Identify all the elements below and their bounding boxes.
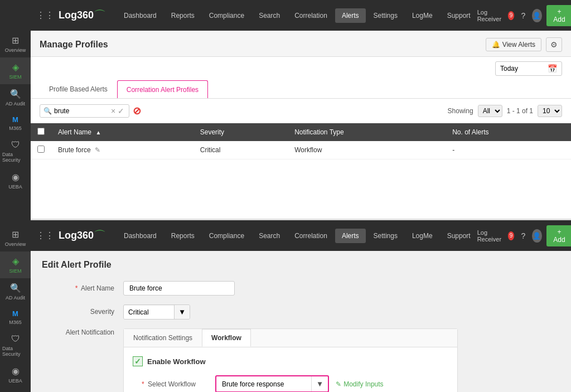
search-checkmark-button[interactable]: ✓	[117, 107, 125, 115]
nav-search[interactable]: Search	[252, 8, 287, 23]
help-button[interactable]: ?	[519, 9, 528, 22]
tab-notification-settings[interactable]: Notification Settings	[124, 329, 202, 347]
p2-nav-reports[interactable]: Reports	[164, 229, 201, 243]
logo-text-2: Log360	[59, 230, 94, 241]
sidebar-label: UEBA	[8, 184, 22, 190]
sidebar-label: SIEM	[9, 74, 21, 80]
logo-arc: ⌒	[94, 7, 106, 24]
bell-icon: 🔔	[492, 41, 500, 49]
sidebar-item-adaudit[interactable]: 🔍 AD Audit	[0, 84, 31, 111]
row-notification-type: Workflow	[288, 141, 446, 159]
nav-alerts[interactable]: Alerts	[335, 8, 366, 23]
add-button[interactable]: + Add	[546, 5, 571, 26]
alert-name-input[interactable]	[123, 281, 235, 296]
checkmark-icon: ✓	[134, 357, 141, 366]
workflow-dropdown-btn[interactable]: ▼	[311, 376, 328, 391]
p2-nav-logme[interactable]: LogMe	[405, 229, 439, 243]
gear-button[interactable]: ⚙	[546, 37, 562, 52]
search-cancel-button[interactable]: ⊘	[133, 105, 141, 117]
siem-icon: ◈	[12, 62, 19, 72]
search-input[interactable]	[54, 107, 110, 115]
ueba-icon-2: ◉	[12, 366, 20, 376]
sort-icon: ▲	[95, 129, 101, 135]
logo-area: Log360 ⌒	[59, 7, 106, 24]
p2-notification-badge[interactable]: 9	[508, 231, 515, 240]
alert-name-label: * Alert Name	[42, 281, 114, 292]
sidebar-item-overview[interactable]: ⊞ Overview	[0, 31, 31, 57]
overview-icon-2: ⊞	[12, 229, 19, 240]
page-info: 1 - 1 of 1	[507, 107, 533, 115]
p2-help-button[interactable]: ?	[519, 229, 528, 243]
p2-nav-settings[interactable]: Settings	[367, 229, 404, 243]
p2-nav-correlation[interactable]: Correlation	[288, 229, 334, 243]
p2-nav-compliance[interactable]: Compliance	[202, 229, 251, 243]
sidebar-item-siem[interactable]: ◈ SIEM	[0, 57, 31, 84]
severity-dropdown-btn[interactable]: ▼	[174, 305, 190, 319]
p2-log-receiver-label: Log Receiver	[477, 229, 504, 243]
tab-profile-based[interactable]: Profile Based Alerts	[40, 80, 117, 98]
grid-icon[interactable]: ⋮⋮	[36, 10, 54, 21]
edit-alert-panel: Edit Alert Profile * Alert Name Severity…	[31, 251, 571, 392]
sidebar-item-siem-2[interactable]: ◈ SIEM	[0, 251, 31, 278]
nav-settings[interactable]: Settings	[367, 8, 404, 23]
nav-compliance[interactable]: Compliance	[202, 8, 251, 23]
nav-support[interactable]: Support	[441, 8, 477, 23]
p2-nav-support[interactable]: Support	[441, 229, 477, 243]
nav-logme[interactable]: LogMe	[405, 8, 439, 23]
th-checkbox	[31, 123, 51, 141]
sidebar-item-adaudit-2[interactable]: 🔍 AD Audit	[0, 278, 31, 305]
sidebar-item-m365-2[interactable]: M M365	[0, 305, 31, 330]
alerts-table: Alert Name ▲ Severity Notification Type …	[31, 123, 571, 159]
view-alerts-button[interactable]: 🔔 View Alerts	[486, 38, 541, 51]
nav-dashboard[interactable]: Dashboard	[117, 8, 163, 23]
p2-user-avatar[interactable]: 👤	[532, 229, 541, 243]
sidebar-item-overview-2[interactable]: ⊞ Overview	[0, 225, 31, 251]
severity-input[interactable]	[124, 306, 174, 319]
modify-inputs-button[interactable]: ✎ Modify Inputs	[336, 380, 383, 388]
datasecurity-icon: 🛡	[11, 140, 20, 150]
row-alert-name: Brute force ✎	[51, 141, 193, 159]
top-nav-panel2: ⋮⋮ Log360 ⌒ Dashboard Reports Compliance…	[31, 220, 571, 251]
siem-icon-2: ◈	[12, 256, 19, 267]
nav-reports[interactable]: Reports	[164, 8, 201, 23]
alert-notification-label: Alert Notification	[42, 328, 114, 336]
sidebar-label-siem-2: SIEM	[9, 268, 21, 274]
p2-nav-alerts[interactable]: Alerts	[335, 229, 366, 243]
date-bar: Today 📅	[31, 57, 571, 80]
sidebar-item-m365[interactable]: M M365	[0, 111, 31, 135]
grid-icon-2[interactable]: ⋮⋮	[36, 230, 54, 241]
search-clear-button[interactable]: ×	[110, 107, 117, 115]
sidebar-label: Overview	[5, 47, 26, 53]
p2-nav-right: Log Receiver 9 ? 👤 + Add Log Search	[477, 225, 571, 246]
adaudit-icon: 🔍	[10, 89, 21, 99]
select-workflow-label: * Select Workflow	[142, 380, 209, 388]
nav-correlation[interactable]: Correlation	[288, 8, 334, 23]
sidebar-item-datasecurity-2[interactable]: 🛡 Data Security	[0, 330, 31, 361]
alert-name-row: * Alert Name	[42, 281, 560, 296]
edit-icon[interactable]: ✎	[95, 146, 100, 154]
workflow-select-input[interactable]	[216, 377, 311, 391]
enable-workflow-checkbox[interactable]: ✓	[133, 356, 143, 366]
pencil-icon: ✎	[336, 380, 341, 388]
sidebar-item-datasecurity[interactable]: 🛡 Data Security	[0, 135, 31, 167]
sidebar-label: M365	[9, 125, 22, 131]
top-nav-panel1: ⋮⋮ Log360 ⌒ Dashboard Reports Compliance…	[31, 0, 571, 31]
p2-nav-search[interactable]: Search	[252, 229, 287, 243]
notification-badge[interactable]: 9	[508, 11, 515, 20]
user-avatar[interactable]: 👤	[532, 9, 541, 22]
p2-add-button[interactable]: + Add	[546, 225, 571, 246]
per-page-select[interactable]: 10	[538, 105, 562, 117]
show-select[interactable]: All	[478, 105, 502, 117]
nav-right: Log Receiver 9 ? 👤 + Add Log Search	[477, 5, 571, 26]
p2-nav-dashboard[interactable]: Dashboard	[117, 229, 163, 243]
logo-text: Log360	[59, 9, 94, 21]
sidebar-label-datasecurity-2: Data Security	[2, 346, 28, 357]
select-all-checkbox[interactable]	[37, 128, 45, 135]
overview-icon: ⊞	[12, 35, 19, 46]
tab-workflow[interactable]: Workflow	[202, 329, 251, 347]
sidebar-item-ueba[interactable]: ◉ UEBA	[0, 167, 31, 194]
tab-correlation-alert[interactable]: Correlation Alert Profiles	[117, 80, 208, 98]
row-select-checkbox[interactable]	[37, 146, 45, 153]
date-picker[interactable]: Today 📅	[495, 61, 562, 76]
sidebar-item-ueba-2[interactable]: ◉ UEBA	[0, 361, 31, 388]
